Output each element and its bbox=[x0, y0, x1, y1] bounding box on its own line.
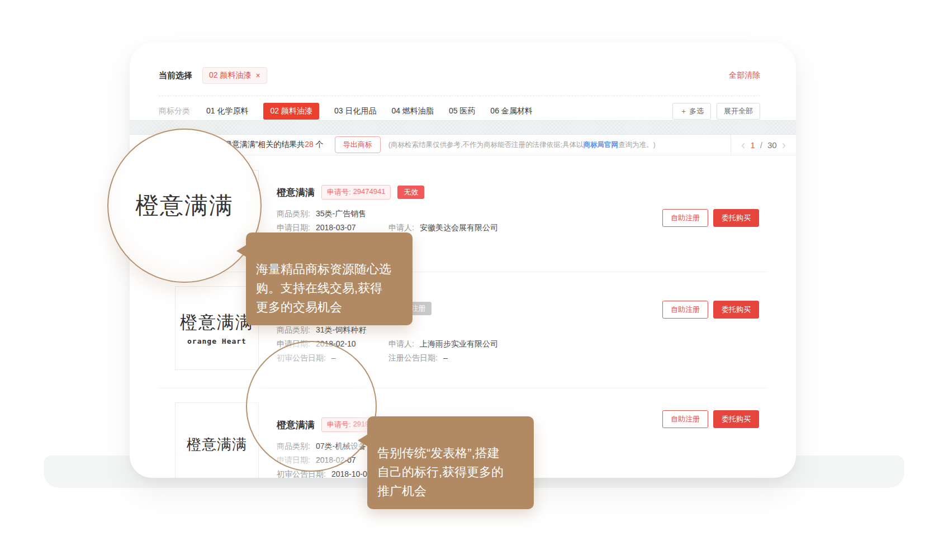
remove-tag-icon[interactable]: × bbox=[255, 71, 260, 80]
field-value: 35类-广告销售 bbox=[316, 209, 366, 219]
divider bbox=[159, 96, 760, 96]
entrust-buy-button[interactable]: 委托购买 bbox=[713, 301, 759, 319]
clear-all-link[interactable]: 全部清除 bbox=[729, 70, 760, 80]
disclaimer-pre: (商标检索结果仅供参考,不作为商标能否注册的法律依据;具体以 bbox=[388, 141, 584, 149]
trademark-name[interactable]: 橙意满满 bbox=[277, 186, 315, 199]
trademark-office-link[interactable]: 商标局官网 bbox=[583, 141, 618, 149]
current-page: 1 bbox=[750, 140, 755, 150]
section-gap bbox=[130, 120, 796, 135]
field-value: 2018-10-06 bbox=[331, 469, 372, 478]
tooltip-arrow-icon bbox=[236, 245, 247, 257]
application-number-tag: 申请号:29474941 bbox=[321, 185, 391, 200]
table-row: 橙意满满 orange Heart 橙意满满 申请号:29482153 已注册 … bbox=[130, 272, 796, 388]
category-item-01[interactable]: 01 化学原料 bbox=[206, 106, 248, 116]
entrust-buy-button[interactable]: 委托购买 bbox=[713, 209, 759, 227]
category-item-05[interactable]: 05 医药 bbox=[449, 106, 475, 116]
entrust-buy-button[interactable]: 委托购买 bbox=[713, 410, 759, 428]
field-value: 安徽美达会展有限公司 bbox=[420, 223, 498, 233]
status-badge: 无效 bbox=[397, 186, 424, 199]
results-count: 28 bbox=[305, 140, 314, 149]
magnifier-circle bbox=[246, 341, 377, 472]
selected-filter-tag[interactable]: 02 颜料油漆 × bbox=[202, 67, 267, 84]
field-value: 2018-03-07 bbox=[316, 223, 356, 232]
magnifier-circle: 橙意满满 bbox=[107, 129, 262, 283]
tooltip-arrow-icon bbox=[358, 434, 368, 447]
current-selection-label: 当前选择 bbox=[159, 70, 192, 81]
export-trademarks-button[interactable]: 导出商标 bbox=[335, 136, 381, 153]
category-item-04[interactable]: 04 燃料油脂 bbox=[391, 106, 433, 116]
field-label: 注册公告日期: bbox=[388, 353, 438, 363]
field-label: 商品类别: bbox=[277, 209, 310, 219]
tooltip-text: 告别传统“发表格”,搭建 自己的标行,获得更多的 推广机会 bbox=[377, 446, 504, 498]
selected-filter-tag-label: 02 颜料油漆 bbox=[209, 70, 251, 80]
results-unit: 个 bbox=[314, 140, 324, 149]
magnified-trademark-text: 橙意满满 bbox=[135, 190, 234, 221]
next-page-icon[interactable]: › bbox=[782, 139, 786, 151]
disclaimer-post: 查询为准。) bbox=[618, 141, 656, 149]
application-number-value: 29474941 bbox=[353, 187, 386, 197]
current-selection-bar: 当前选择 02 颜料油漆 × 全部清除 bbox=[159, 67, 760, 84]
field-value: 上海雨步实业有限公司 bbox=[420, 339, 498, 349]
trademark-image-text: 橙意满满 bbox=[187, 435, 247, 454]
pagination: ‹ 1 / 30 › bbox=[731, 135, 796, 155]
row-actions: 自助注册 委托购买 bbox=[662, 301, 759, 319]
field-label: 申请人: bbox=[388, 223, 414, 233]
trademark-image-text: 橙意满满 bbox=[180, 311, 254, 334]
category-item-03[interactable]: 03 日化用品 bbox=[334, 106, 376, 116]
category-bar-label: 商标分类 bbox=[159, 106, 190, 116]
self-register-button[interactable]: 自助注册 bbox=[662, 301, 708, 319]
tooltip-text: 海量精品商标资源随心选 购。支持在线交易,获得 更多的交易机会 bbox=[256, 262, 391, 314]
field-label: 申请人: bbox=[388, 339, 414, 349]
row-actions: 自助注册 委托购买 bbox=[662, 209, 759, 227]
self-register-button[interactable]: 自助注册 bbox=[662, 209, 708, 227]
category-item-02-selected[interactable]: 02 颜料油漆 bbox=[263, 103, 319, 120]
callout-tooltip-marketplace: 海量精品商标资源随心选 购。支持在线交易,获得 更多的交易机会 bbox=[246, 232, 413, 325]
field-value: – bbox=[443, 353, 448, 362]
self-register-button[interactable]: 自助注册 bbox=[662, 410, 708, 428]
category-bar: 商标分类 01 化学原料 02 颜料油漆 03 日化用品 04 燃料油脂 05 … bbox=[159, 102, 760, 120]
application-number-label: 申请号: bbox=[327, 187, 351, 197]
multi-select-button[interactable]: ＋ 多选 bbox=[672, 103, 711, 120]
category-item-06[interactable]: 06 金属材料 bbox=[490, 106, 532, 116]
page: 当前选择 02 颜料油漆 × 全部清除 商标分类 01 化学原料 02 颜料油漆… bbox=[0, 0, 948, 560]
page-separator: / bbox=[760, 140, 762, 150]
prev-page-icon[interactable]: ‹ bbox=[741, 139, 745, 151]
row-actions: 自助注册 委托购买 bbox=[662, 410, 759, 428]
callout-tooltip-promotion: 告别传统“发表格”,搭建 自己的标行,获得更多的 推广机会 bbox=[367, 416, 534, 509]
total-pages: 30 bbox=[767, 140, 777, 150]
field-label: 商品类别: bbox=[277, 325, 310, 335]
trademark-image-subtext: orange Heart bbox=[187, 337, 247, 345]
expand-all-button[interactable]: 展开全部 bbox=[717, 103, 760, 120]
field-value: 31类-饲料种籽 bbox=[316, 325, 366, 335]
disclaimer-text: (商标检索结果仅供参考,不作为商标能否注册的法律依据;具体以商标局官网查询为准。… bbox=[388, 140, 656, 150]
field-label: 申请日期: bbox=[277, 223, 310, 233]
